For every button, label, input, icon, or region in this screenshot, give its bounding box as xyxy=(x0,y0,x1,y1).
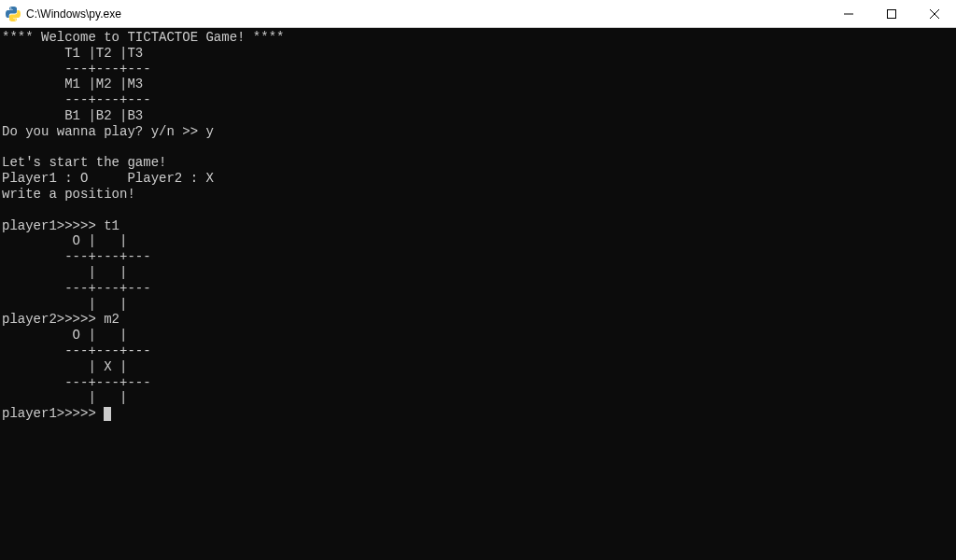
maximize-icon xyxy=(887,9,896,19)
title-left: C:\Windows\py.exe xyxy=(0,7,121,21)
text-cursor xyxy=(104,407,111,421)
python-icon xyxy=(6,7,21,21)
close-icon xyxy=(929,8,940,20)
minimize-icon xyxy=(844,9,853,19)
title-bar: C:\Windows\py.exe xyxy=(0,0,956,28)
window-controls xyxy=(827,0,956,27)
window-title: C:\Windows\py.exe xyxy=(26,7,121,21)
console-text: **** Welcome to TICTACTOE Game! **** T1 … xyxy=(2,30,284,421)
close-button[interactable] xyxy=(913,0,956,28)
maximize-button[interactable] xyxy=(870,0,913,28)
minimize-button[interactable] xyxy=(827,0,870,28)
console-output[interactable]: **** Welcome to TICTACTOE Game! **** T1 … xyxy=(0,28,956,560)
